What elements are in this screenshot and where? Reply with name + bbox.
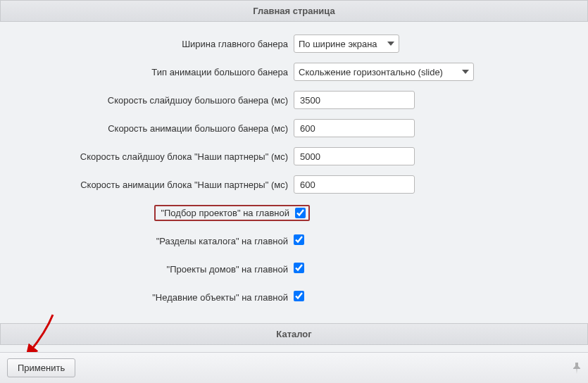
banner-width-label: Ширина главного банера [0,39,294,49]
banner-animation-speed-input[interactable] [294,119,415,137]
partners-animation-speed-input[interactable] [294,175,415,194]
banner-animation-type-row: Тип анимации большого банера Скольжение … [0,63,588,81]
banner-width-select[interactable]: По ширине экрана [294,34,399,53]
button-bar: Применить [0,352,588,383]
main-page-body: Ширина главного банера По ширине экрана … [0,22,588,323]
partners-slideshow-speed-label: Скорость слайдшоу блока "Наши партнеры" … [0,151,294,162]
project-selection-row: "Подбор проектов" на главной [0,203,588,222]
recent-objects-row: "Недавние объекты" на главной [0,288,588,306]
project-selection-checkbox[interactable] [295,208,306,218]
main-page-section: Главная страница Ширина главного банера … [0,0,588,323]
partners-animation-speed-label: Скорость анимации блока "Наши партнеры" … [0,180,294,190]
pin-icon[interactable] [573,363,581,374]
catalog-sections-row: "Разделы каталога" на главной [0,232,588,250]
banner-animation-speed-label: Скорость анимации большого банера (мс) [0,123,294,134]
partners-animation-speed-row: Скорость анимации блока "Наши партнеры" … [0,175,588,194]
house-projects-row: "Проекты домов" на главной [0,260,588,278]
house-projects-checkbox[interactable] [294,263,304,273]
banner-slideshow-speed-input[interactable] [294,91,415,109]
recent-objects-label: "Недавние объекты" на главной [0,292,294,303]
banner-slideshow-speed-row: Скорость слайдшоу большого банера (мс) [0,91,588,109]
banner-slideshow-speed-label: Скорость слайдшоу большого банера (мс) [0,95,294,106]
banner-animation-type-label: Тип анимации большого банера [0,67,294,77]
catalog-title: Каталог [276,329,311,339]
house-projects-label: "Проекты домов" на главной [0,264,294,275]
partners-slideshow-speed-row: Скорость слайдшоу блока "Наши партнеры" … [0,147,588,165]
banner-animation-type-select[interactable]: Скольжение горизонтально (slide) [294,63,474,81]
partners-slideshow-speed-input[interactable] [294,147,415,165]
project-selection-highlight: "Подбор проектов" на главной [154,205,310,221]
catalog-sections-checkbox[interactable] [294,234,304,245]
banner-animation-speed-row: Скорость анимации большого банера (мс) [0,119,588,137]
project-selection-label: "Подбор проектов" на главной [158,208,295,218]
main-page-header: Главная страница [0,0,588,22]
catalog-sections-label: "Разделы каталога" на главной [0,236,294,246]
banner-width-row: Ширина главного банера По ширине экрана [0,34,588,53]
recent-objects-checkbox[interactable] [294,291,304,301]
main-page-title: Главная страница [253,6,334,16]
apply-button[interactable]: Применить [7,358,75,377]
catalog-header: Каталог [0,323,588,345]
